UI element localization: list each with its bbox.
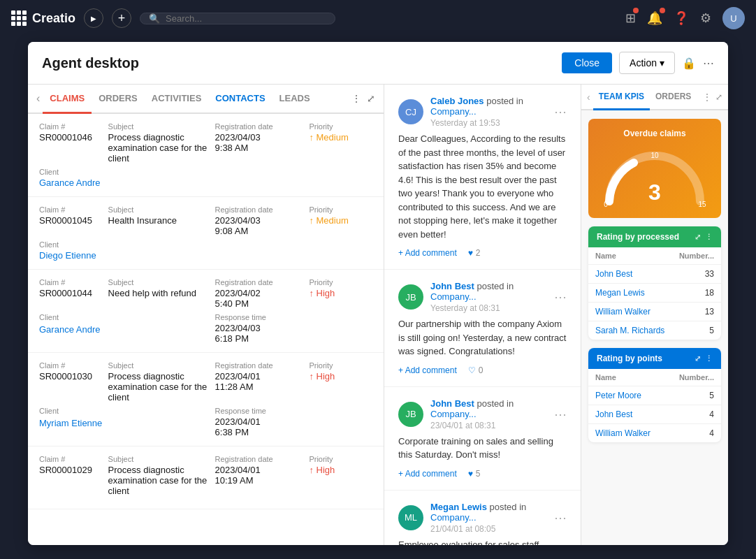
lock-icon[interactable]: 🔒 bbox=[682, 57, 696, 70]
feed-more-icon[interactable]: ⋯ bbox=[554, 104, 567, 119]
priority-label: Priority bbox=[309, 361, 372, 370]
avatar[interactable]: U bbox=[722, 7, 745, 29]
search-bar[interactable]: 🔍 bbox=[140, 13, 335, 24]
client-row: Client Garance Andre bbox=[39, 168, 372, 188]
row-name[interactable]: Sarah M. Richards bbox=[588, 321, 672, 340]
row-value: 18 bbox=[672, 284, 721, 303]
right-tab-more-icon[interactable]: ⋮ bbox=[703, 92, 711, 102]
date-label: Registration date bbox=[215, 361, 304, 370]
claim-item: Claim # SR00001029 Subject Process diagn… bbox=[28, 447, 384, 509]
add-comment-button[interactable]: + Add comment bbox=[398, 365, 457, 375]
row-name[interactable]: Peter Moore bbox=[588, 386, 666, 405]
feed-company[interactable]: Company... bbox=[430, 291, 477, 302]
feed-author[interactable]: John Best bbox=[430, 398, 474, 409]
agent-header: Agent desktop Close Action ▾ 🔒 ⋯ bbox=[28, 42, 728, 85]
priority-label: Priority bbox=[309, 205, 372, 214]
tabs-back-arrow[interactable]: ‹ bbox=[36, 92, 40, 105]
rating-processed-title: Rating by processed bbox=[597, 232, 679, 242]
row-value: 4 bbox=[666, 424, 721, 443]
feed-item: JB John Best posted in Company... 23/04/… bbox=[384, 387, 581, 491]
claim-num-value: SR00001030 bbox=[39, 371, 103, 382]
client-label: Client bbox=[39, 240, 372, 249]
more-icon[interactable]: ⋯ bbox=[703, 57, 714, 70]
feed-more-icon[interactable]: ⋯ bbox=[554, 407, 567, 422]
claim-item: Claim # SR00001030 Subject Process diagn… bbox=[28, 353, 384, 447]
close-button[interactable]: Close bbox=[562, 52, 612, 73]
response-label: Response time bbox=[215, 313, 304, 321]
help-icon[interactable]: ❓ bbox=[674, 10, 689, 26]
date-value: 2023/04/0110:19 AM bbox=[215, 465, 304, 486]
tab-contacts[interactable]: CONTACTS bbox=[208, 85, 272, 114]
claim-num-col: Claim # SR00001045 bbox=[39, 205, 103, 236]
col-name-header: Name bbox=[588, 369, 666, 386]
gear-icon[interactable]: ⚙ bbox=[700, 10, 711, 26]
row-name[interactable]: William Walker bbox=[588, 424, 666, 443]
claim-row-4b: Client Myriam Etienne Response time 2023… bbox=[39, 407, 372, 437]
tab-orders-right[interactable]: ORDERS bbox=[650, 85, 697, 110]
feed-author[interactable]: John Best bbox=[430, 281, 474, 291]
add-comment-button[interactable]: + Add comment bbox=[398, 248, 457, 258]
feed-company[interactable]: Company... bbox=[430, 512, 477, 523]
row-name[interactable]: John Best bbox=[588, 405, 666, 424]
feed-header: CJ Caleb Jones posted in Company... Yest… bbox=[398, 96, 567, 128]
client-link[interactable]: Garance Andre bbox=[39, 324, 100, 335]
subject-label: Subject bbox=[108, 455, 210, 463]
row-value: 5 bbox=[672, 321, 721, 340]
right-tabs: ‹ TEAM KPIS ORDERS ⋮ ⤢ bbox=[581, 85, 728, 110]
rating-points-more-icon[interactable]: ⋮ bbox=[705, 354, 713, 363]
search-input[interactable] bbox=[166, 13, 326, 24]
like-button[interactable]: ♥ 2 bbox=[468, 248, 481, 258]
add-comment-button[interactable]: + Add comment bbox=[398, 469, 457, 479]
like-button[interactable]: ♡ 0 bbox=[468, 365, 484, 375]
feed-author[interactable]: Megan Lewis bbox=[430, 502, 487, 512]
row-name[interactable]: William Walker bbox=[588, 303, 672, 321]
feed-header: JB John Best posted in Company... 23/04/… bbox=[398, 398, 567, 430]
client-link[interactable]: Garance Andre bbox=[39, 177, 372, 188]
right-tab-expand-icon[interactable]: ⤢ bbox=[715, 92, 722, 102]
client-link[interactable]: Diego Etienne bbox=[39, 250, 372, 261]
add-button[interactable]: + bbox=[112, 8, 131, 28]
bell-icon[interactable]: 🔔 bbox=[647, 10, 662, 26]
response-value: 2023/04/036:18 PM bbox=[215, 323, 304, 344]
subject-label: Subject bbox=[108, 122, 210, 131]
feed-more-icon[interactable]: ⋯ bbox=[554, 289, 567, 305]
tab-expand-icon[interactable]: ⤢ bbox=[367, 93, 375, 104]
feed-actions: + Add comment ♡ 0 bbox=[398, 365, 567, 375]
action-button[interactable]: Action ▾ bbox=[619, 52, 675, 74]
feed-author[interactable]: Caleb Jones bbox=[430, 96, 484, 106]
logo[interactable]: Creatio bbox=[11, 10, 75, 26]
svg-text:10: 10 bbox=[650, 152, 659, 159]
feed-posted-in: posted in bbox=[477, 281, 514, 291]
feed-company[interactable]: Company... bbox=[430, 409, 477, 419]
tab-team-kpis[interactable]: TEAM KPIS bbox=[593, 85, 650, 110]
top-navigation: Creatio ▶ + 🔍 ⊞ 🔔 ❓ ⚙ U bbox=[0, 0, 756, 36]
tab-back-arrow[interactable]: ‹ bbox=[587, 92, 593, 103]
row-value: 4 bbox=[666, 405, 721, 424]
rating-points-expand-icon[interactable]: ⤢ bbox=[695, 354, 701, 363]
response-col: Response time 2023/04/016:38 PM bbox=[215, 407, 304, 437]
apps-icon[interactable]: ⊞ bbox=[625, 10, 636, 26]
tab-orders[interactable]: ORDERS bbox=[92, 85, 145, 114]
tab-toolbar: ⋮ ⤢ bbox=[351, 93, 375, 104]
subject-label: Subject bbox=[108, 361, 210, 370]
feed-more-icon[interactable]: ⋯ bbox=[554, 510, 567, 525]
tab-claims[interactable]: CLAIMS bbox=[43, 85, 92, 114]
feed-company[interactable]: Company... bbox=[430, 106, 477, 117]
row-name[interactable]: Megan Lewis bbox=[588, 284, 672, 303]
tab-leads[interactable]: LEADS bbox=[272, 85, 317, 114]
rating-expand-icon[interactable]: ⤢ bbox=[695, 233, 701, 242]
claim-num-col: Claim # SR00001046 bbox=[39, 122, 103, 164]
like-button[interactable]: ♥ 5 bbox=[468, 469, 481, 479]
row-name[interactable]: John Best bbox=[588, 265, 672, 284]
feed-time: Yesterday at 08:31 bbox=[430, 303, 547, 313]
claim-subject-col: Subject Process diagnostic examination c… bbox=[108, 122, 210, 164]
priority-value: ↑ Medium bbox=[309, 132, 372, 143]
rating-more-icon[interactable]: ⋮ bbox=[705, 233, 713, 242]
client-link[interactable]: Myriam Etienne bbox=[39, 418, 102, 428]
priority-value: ↑ High bbox=[309, 371, 372, 382]
rating-processed-table: Name Number... John Best 33 Megan Lewis … bbox=[588, 247, 721, 340]
tab-more-icon[interactable]: ⋮ bbox=[351, 93, 361, 104]
play-button[interactable]: ▶ bbox=[84, 8, 103, 28]
tab-activities[interactable]: ACTIVITIES bbox=[145, 85, 209, 114]
response-col: Response time 2023/04/036:18 PM bbox=[215, 313, 304, 344]
